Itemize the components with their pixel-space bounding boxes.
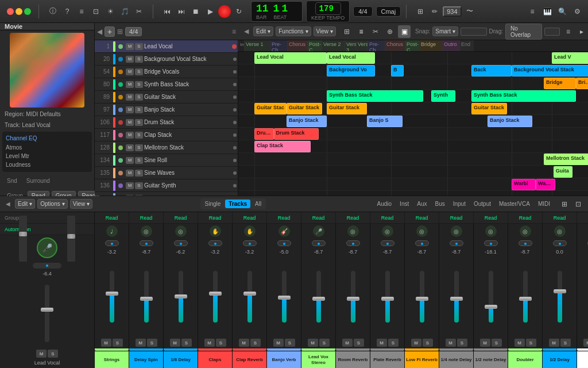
ch-fader-track[interactable] <box>213 271 218 323</box>
list-btn[interactable]: ≡ <box>526 5 539 18</box>
track-list-back-btn[interactable]: ◀ <box>97 28 102 36</box>
overlap-dropdown[interactable]: No Overlap <box>505 24 542 40</box>
track-row[interactable]: 1 M S Lead Vocal <box>95 40 238 53</box>
ch-fader-track[interactable] <box>179 271 183 323</box>
auto-cell[interactable]: Read <box>405 212 439 224</box>
channel-type-tab[interactable]: Master/VCA <box>496 200 533 208</box>
mixer-icon2[interactable]: ⊡ <box>572 198 585 210</box>
mixer-icon1[interactable]: ⊞ <box>558 198 571 210</box>
track-m-btn[interactable]: M <box>126 132 134 139</box>
ch-fader-track[interactable] <box>282 271 287 323</box>
ch-m-btn[interactable]: M <box>446 339 456 347</box>
track-s-btn[interactable]: S <box>135 81 143 88</box>
settings-btn[interactable]: ⚙ <box>571 5 583 18</box>
ch-m-btn[interactable]: M <box>480 339 490 347</box>
channel-type-tab[interactable]: Bus <box>431 200 448 208</box>
track-m-btn[interactable]: M <box>126 43 134 50</box>
metronome-btn[interactable]: 🎵 <box>118 5 131 18</box>
inspector-fader-2[interactable] <box>67 216 75 262</box>
auto-cell[interactable]: Read <box>129 212 164 224</box>
channel-item-1[interactable]: Level Mtr <box>6 152 88 160</box>
ch-s-btn[interactable]: S <box>457 339 467 347</box>
ch-fader-track[interactable] <box>144 271 149 323</box>
track-m-btn[interactable]: M <box>126 94 134 101</box>
question-btn[interactable]: ? <box>61 5 74 18</box>
mixer-back-btn[interactable]: ◀ <box>3 200 13 208</box>
clip[interactable]: Lead Vocal <box>254 52 327 64</box>
ch-s-btn[interactable]: S <box>492 339 502 347</box>
ch-m-btn[interactable]: M <box>308 339 318 347</box>
ch-m-btn[interactable]: M <box>377 339 387 347</box>
clip[interactable]: Clap Stack <box>254 141 311 152</box>
ch-fader-track[interactable] <box>523 271 528 323</box>
auto-cell[interactable]: Read <box>198 212 233 224</box>
track-row[interactable]: 136 M S Guitar Synth <box>95 179 238 192</box>
clip[interactable]: Guitar Stack <box>287 103 322 114</box>
clip[interactable]: Drum Stack <box>274 128 319 140</box>
channel-type-tab[interactable]: Aux <box>413 200 430 208</box>
track-m-btn[interactable]: M <box>126 119 134 126</box>
track-settings-btn[interactable]: ≡ <box>232 28 236 36</box>
channel-type-tab[interactable]: Inst <box>396 200 412 208</box>
mixer-options-dropdown[interactable]: Options ▾ <box>37 199 67 209</box>
rewind-btn[interactable]: ⏮ <box>161 5 173 18</box>
link-btn[interactable]: ⊕ <box>384 25 396 38</box>
ch-pan-knob[interactable] <box>519 240 532 246</box>
ch-pan-knob[interactable] <box>312 240 326 246</box>
left-s-btn[interactable]: S <box>48 350 58 358</box>
track-s-btn[interactable]: S <box>135 195 143 196</box>
pencil-btn[interactable]: ✏ <box>428 5 441 18</box>
track-row[interactable]: 97 M S Banjo Stack <box>95 103 238 116</box>
channel-type-tab[interactable]: Input <box>450 200 469 208</box>
track-row[interactable]: 80 M S Synth Bass Stack <box>95 78 238 91</box>
resize-btn[interactable]: ⊡ <box>90 5 102 18</box>
auto-cell[interactable]: Read <box>95 212 129 224</box>
grid-view-btn[interactable]: ⊞ <box>341 25 353 38</box>
ch-fader-track[interactable] <box>454 271 459 323</box>
minimize-btn[interactable] <box>16 8 22 15</box>
all-tab[interactable]: All <box>252 200 265 208</box>
clip[interactable]: Guitar Stack <box>471 103 507 114</box>
clip[interactable]: Synth Bass Stack <box>471 90 576 102</box>
clip[interactable]: Banjo Stack <box>488 116 532 127</box>
ch-s-btn[interactable]: S <box>319 339 330 347</box>
track-row[interactable]: 20 M S Background Vocal Stack <box>95 53 238 66</box>
ch-fader-track[interactable] <box>489 271 493 323</box>
track-row[interactable]: 137 M S Strings <box>95 192 238 195</box>
track-row[interactable]: 135 M S Sine Waves <box>95 167 238 179</box>
maximize-btn[interactable] <box>24 8 31 15</box>
track-s-btn[interactable]: S <box>135 144 143 151</box>
scissors-btn[interactable]: ✂ <box>133 5 145 18</box>
snap-dropdown[interactable]: Smart ▾ <box>432 26 458 36</box>
clip[interactable]: Guita <box>554 166 573 178</box>
ch-m-btn[interactable]: M <box>342 339 353 347</box>
ch-pan-knob[interactable] <box>243 240 257 246</box>
key-display[interactable]: Cmaj <box>376 6 401 17</box>
auto-cell[interactable]: Read <box>233 212 267 224</box>
snap-slider[interactable] <box>461 28 487 36</box>
ch-pan-knob[interactable] <box>484 240 498 246</box>
clip[interactable]: Background Vocal Stack <box>512 65 588 76</box>
wave-btn[interactable]: 〜 <box>463 5 476 18</box>
track-s-btn[interactable]: S <box>135 157 143 164</box>
clip[interactable]: Synth Bass Stack <box>327 90 423 102</box>
track-s-btn[interactable]: S <box>135 56 143 63</box>
ch-pan-knob[interactable] <box>450 240 463 246</box>
clip[interactable]: Background Vo <box>327 65 375 76</box>
ch-s-btn[interactable]: S <box>216 339 226 347</box>
track-m-btn[interactable]: M <box>126 182 134 189</box>
auto-cell[interactable]: Read <box>508 212 543 224</box>
ch-fader-track[interactable] <box>351 271 355 323</box>
ch-m-btn[interactable]: M <box>549 339 559 347</box>
track-row[interactable]: 54 M S Bridge Vocals <box>95 66 238 78</box>
track-row[interactable]: 89 M S Guitar Stack <box>95 91 238 103</box>
track-m-btn[interactable]: M <box>126 106 134 113</box>
ch-fader-track[interactable] <box>558 271 562 323</box>
arr-settings-btn[interactable]: ≡ <box>562 25 574 38</box>
auto-cell[interactable]: Read <box>577 212 588 224</box>
clip[interactable]: Banjo S <box>367 116 403 127</box>
ch-m-btn[interactable]: M <box>170 339 180 347</box>
ch-fader-track[interactable] <box>385 271 390 323</box>
ch-s-btn[interactable]: S <box>354 339 364 347</box>
arr-back-btn[interactable]: ◀ <box>242 26 251 36</box>
